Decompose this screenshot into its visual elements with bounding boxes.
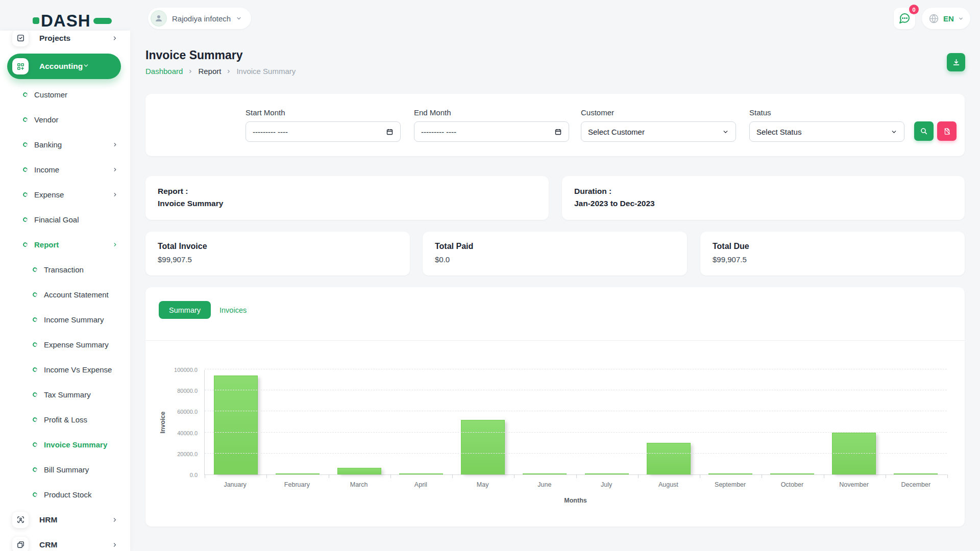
sidebar-item-account-statement[interactable]: Account Statement xyxy=(0,282,130,307)
chevron-down-icon xyxy=(958,16,964,21)
bar-slot xyxy=(452,370,514,474)
start-month-input[interactable]: --------- ---- xyxy=(246,121,401,142)
divider xyxy=(145,340,965,341)
sidebar-item-banking[interactable]: Banking xyxy=(0,132,130,157)
chevron-right-icon xyxy=(188,69,193,74)
sidebar-item-accounting[interactable]: Accounting xyxy=(7,54,121,79)
sidebar-item-projects[interactable]: Projects xyxy=(0,31,130,51)
sidebar-item-expense-summary[interactable]: Expense Summary xyxy=(0,332,130,357)
sidebar-item-label: Finacial Goal xyxy=(34,215,79,224)
sidebar-item-invoice-summary[interactable]: Invoice Summary xyxy=(0,432,130,457)
x-tick-label: July xyxy=(576,481,638,488)
bar-february[interactable] xyxy=(276,473,320,474)
start-month-value: --------- ---- xyxy=(253,128,288,136)
tab-invoices[interactable]: Invoices xyxy=(213,301,253,319)
sidebar-item-label: Expense Summary xyxy=(44,340,109,349)
sidebar-item-income-vs-expense[interactable]: Income Vs Expense xyxy=(0,357,130,382)
chevron-down-icon xyxy=(722,129,729,135)
axis-tick xyxy=(762,474,762,478)
axis-tick xyxy=(329,474,329,478)
customer-label: Customer xyxy=(581,108,736,117)
bullet-icon xyxy=(32,317,38,323)
bar-slot xyxy=(390,370,452,474)
bullet-icon xyxy=(32,442,38,448)
sidebar: Projects Accounting Customer Vendor Bank… xyxy=(0,31,130,551)
total-paid-card: Total Paid $0.0 xyxy=(423,232,687,276)
total-due-card: Total Due $99,907.5 xyxy=(700,232,965,276)
axis-tick xyxy=(886,474,886,478)
bar-june[interactable] xyxy=(523,473,567,474)
sidebar-item-tax-summary[interactable]: Tax Summary xyxy=(0,382,130,407)
sidebar-item-income[interactable]: Income xyxy=(0,157,130,182)
sidebar-item-crm[interactable]: CRM xyxy=(0,532,130,551)
sidebar-item-label: Account Statement xyxy=(44,290,109,299)
sidebar-item-income-summary[interactable]: Income Summary xyxy=(0,307,130,332)
total-due-label: Total Due xyxy=(713,242,749,251)
status-select[interactable]: Select Status xyxy=(749,121,904,142)
reset-filter-button[interactable] xyxy=(937,121,957,141)
bar-slot xyxy=(885,370,947,474)
bullet-icon xyxy=(32,392,38,398)
sidebar-item-report[interactable]: Report xyxy=(0,232,130,257)
sidebar-item-label: Income Vs Expense xyxy=(44,365,112,374)
bar-july[interactable] xyxy=(585,473,629,474)
total-invoice-value: $99,907.5 xyxy=(158,255,192,264)
bar-august[interactable] xyxy=(647,443,691,474)
bullet-icon xyxy=(22,117,29,123)
breadcrumb-dashboard[interactable]: Dashboard xyxy=(145,67,183,76)
bar-october[interactable] xyxy=(770,473,814,474)
sidebar-item-customer[interactable]: Customer xyxy=(0,82,130,107)
customer-select[interactable]: Select Customer xyxy=(581,121,736,142)
sidebar-item-transaction[interactable]: Transaction xyxy=(0,257,130,282)
axis-tick xyxy=(390,474,391,478)
bar-september[interactable] xyxy=(708,473,752,474)
gridline xyxy=(205,453,947,454)
sidebar-item-bill-summary[interactable]: Bill Summary xyxy=(0,457,130,482)
bar-january[interactable] xyxy=(214,375,258,474)
projects-icon xyxy=(12,31,29,46)
messages-button[interactable]: 0 xyxy=(894,8,915,29)
sidebar-item-label: Expense xyxy=(34,190,64,199)
language-selector[interactable]: EN xyxy=(922,8,970,29)
app-logo[interactable]: DASH xyxy=(33,12,112,29)
chart-plot xyxy=(204,370,947,475)
sidebar-item-product-stock[interactable]: Product Stock xyxy=(0,482,130,507)
sidebar-item-hrm[interactable]: HRM xyxy=(0,507,130,532)
bar-december[interactable] xyxy=(894,473,938,474)
x-tick-label: May xyxy=(452,481,513,488)
bar-april[interactable] xyxy=(399,473,443,474)
sidebar-item-label: Bill Summary xyxy=(44,465,89,474)
status-selected-value: Select Status xyxy=(756,128,801,136)
sidebar-item-vendor[interactable]: Vendor xyxy=(0,107,130,132)
clear-filter-icon xyxy=(943,128,951,135)
sidebar-item-profit-loss[interactable]: Profit & Loss xyxy=(0,407,130,432)
sidebar-item-expense[interactable]: Expense xyxy=(0,182,130,207)
logo-dot-icon xyxy=(33,17,39,24)
tab-summary[interactable]: Summary xyxy=(159,301,211,319)
bar-march[interactable] xyxy=(337,468,381,474)
bar-may[interactable] xyxy=(461,420,505,474)
download-button[interactable] xyxy=(947,53,965,71)
chevron-down-icon xyxy=(236,15,242,21)
calendar-icon[interactable] xyxy=(554,128,562,136)
sidebar-item-financial-goal[interactable]: Finacial Goal xyxy=(0,207,130,232)
chevron-right-icon xyxy=(112,167,118,172)
chevron-down-icon xyxy=(891,129,897,135)
sidebar-item-label: Report xyxy=(34,240,59,249)
company-selector[interactable]: Rajodiya infotech xyxy=(148,8,251,29)
chat-bubble-icon xyxy=(898,12,911,24)
notification-badge: 0 xyxy=(909,5,919,14)
apply-filter-button[interactable] xyxy=(914,121,934,141)
download-icon xyxy=(952,58,961,67)
end-month-input[interactable]: --------- ---- xyxy=(414,121,569,142)
calendar-icon[interactable] xyxy=(386,128,394,136)
axis-tick xyxy=(947,474,948,478)
breadcrumb: Dashboard Report Invoice Summary xyxy=(145,67,296,76)
bullet-icon xyxy=(22,192,29,198)
filter-card: Start Month --------- ---- End Month ---… xyxy=(145,94,965,156)
breadcrumb-report[interactable]: Report xyxy=(198,67,221,76)
y-tick-label: 20000.0 xyxy=(177,451,198,457)
x-tick-label: August xyxy=(638,481,699,488)
axis-tick xyxy=(266,474,267,478)
x-tick-label: September xyxy=(699,481,761,488)
